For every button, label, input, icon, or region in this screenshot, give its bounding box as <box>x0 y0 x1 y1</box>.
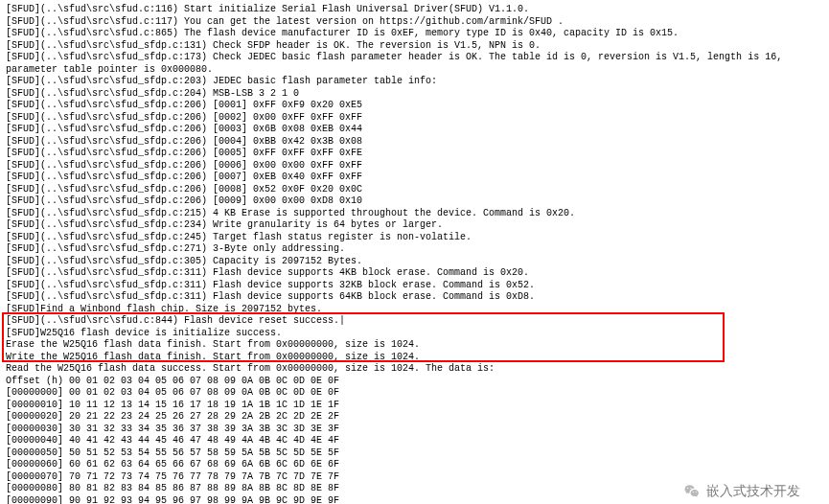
log-line: [SFUD](..\sfud\src\sfud_sfdp.c:206) [000… <box>6 148 823 160</box>
log-line: [00000040] 40 41 42 43 44 45 46 47 48 49… <box>6 435 823 447</box>
log-line: parameter table pointer is 0x000080. <box>6 64 823 77</box>
log-line: [SFUD](..\sfud\src\sfud.c:865) The flash… <box>6 28 823 40</box>
watermark: 嵌入式技术开发 <box>683 483 800 500</box>
log-line: [SFUD](..\sfud\src\sfud_sfdp.c:215) 4 KB… <box>6 208 823 220</box>
log-line: [SFUD](..\sfud\src\sfud_sfdp.c:206) [000… <box>6 195 823 208</box>
log-line: [00000070] 70 71 72 73 74 75 76 77 78 79… <box>6 471 823 484</box>
log-line: [SFUD](..\sfud\src\sfud_sfdp.c:245) Targ… <box>6 232 823 244</box>
log-line: [SFUD](..\sfud\src\sfud.c:117) You can g… <box>6 16 823 29</box>
log-line: [SFUD](..\sfud\src\sfud_sfdp.c:271) 3-By… <box>6 243 823 256</box>
log-line: Write the W25Q16 flash data finish. Star… <box>6 352 823 364</box>
log-line: [SFUD](..\sfud\src\sfud_sfdp.c:204) MSB-… <box>6 88 823 101</box>
wechat-icon <box>683 483 701 500</box>
log-line: [SFUD](..\sfud\src\sfud_sfdp.c:206) [000… <box>6 184 823 196</box>
watermark-text: 嵌入式技术开发 <box>706 483 800 500</box>
log-line: [SFUD](..\sfud\src\sfud_sfdp.c:234) Writ… <box>6 219 823 232</box>
log-line: [SFUD](..\sfud\src\sfud_sfdp.c:206) [000… <box>6 124 823 136</box>
log-line: Offset (h) 00 01 02 03 04 05 06 07 08 09… <box>6 376 823 388</box>
log-line: [SFUD](..\sfud\src\sfud.c:844) Flash dev… <box>6 315 823 328</box>
log-line: [SFUD](..\sfud\src\sfud_sfdp.c:305) Capa… <box>6 256 823 268</box>
log-line: Erase the W25Q16 flash data finish. Star… <box>6 339 823 352</box>
log-line: [SFUD](..\sfud\src\sfud_sfdp.c:311) Flas… <box>6 291 823 304</box>
log-line: [00000010] 10 11 12 13 14 15 16 17 18 19… <box>6 400 823 412</box>
log-line: [SFUD](..\sfud\src\sfud_sfdp.c:131) Chec… <box>6 40 823 53</box>
log-line: [00000060] 60 61 62 63 64 65 66 67 68 69… <box>6 459 823 471</box>
log-line: [SFUD](..\sfud\src\sfud_sfdp.c:173) Chec… <box>6 52 823 64</box>
terminal-log: [SFUD](..\sfud\src\sfud.c:116) Start ini… <box>0 0 829 504</box>
log-line: [SFUD]Find a Winbond flash chip. Size is… <box>6 304 823 316</box>
log-line: [SFUD](..\sfud\src\sfud_sfdp.c:206) [000… <box>6 160 823 172</box>
log-line: [00000050] 50 51 52 53 54 55 56 57 58 59… <box>6 447 823 460</box>
log-line: [SFUD](..\sfud\src\sfud_sfdp.c:203) JEDE… <box>6 76 823 88</box>
log-line: [SFUD](..\sfud\src\sfud_sfdp.c:206) [000… <box>6 172 823 184</box>
log-line: [SFUD](..\sfud\src\sfud_sfdp.c:206) [000… <box>6 136 823 149</box>
log-line: [SFUD](..\sfud\src\sfud_sfdp.c:311) Flas… <box>6 267 823 280</box>
log-line: [SFUD]W25Q16 flash device is initialize … <box>6 328 823 340</box>
log-line: [SFUD](..\sfud\src\sfud.c:116) Start ini… <box>6 4 823 16</box>
log-line: [00000020] 20 21 22 23 24 25 26 27 28 29… <box>6 411 823 424</box>
log-line: [SFUD](..\sfud\src\sfud_sfdp.c:206) [000… <box>6 100 823 112</box>
log-line: [SFUD](..\sfud\src\sfud_sfdp.c:311) Flas… <box>6 280 823 292</box>
log-line: [SFUD](..\sfud\src\sfud_sfdp.c:206) [000… <box>6 112 823 125</box>
log-line: [00000000] 00 01 02 03 04 05 06 07 08 09… <box>6 387 823 400</box>
log-line: [00000030] 30 31 32 33 34 35 36 37 38 39… <box>6 424 823 436</box>
log-line: Read the W25Q16 flash data success. Star… <box>6 363 823 376</box>
